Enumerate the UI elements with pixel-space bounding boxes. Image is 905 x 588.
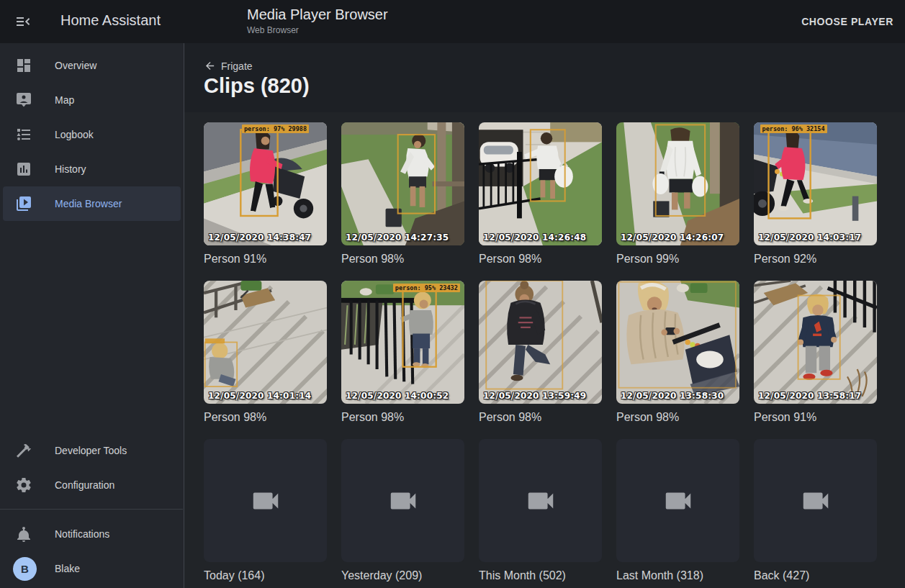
sidebar-item-notifications[interactable]: Notifications	[0, 517, 183, 551]
clip-label: Person 91%	[754, 410, 877, 425]
folder-label: Today (164)	[204, 568, 327, 584]
sidebar-item-label: Configuration	[55, 479, 114, 491]
avatar: B	[13, 557, 37, 581]
clip-item[interactable]: 12/05/2020 14:01:14Person 98%	[204, 281, 327, 425]
sidebar-item-history[interactable]: History	[0, 152, 184, 186]
user-name: Blake	[55, 563, 80, 574]
folder-label: This Month (502)	[479, 568, 602, 584]
page-header-title: Media Player Browser	[247, 6, 388, 23]
media-browser-header: Frigate Clips (820)	[184, 43, 905, 112]
clip-item[interactable]: person: 95% 2343212/05/2020 14:00:52Pers…	[341, 281, 464, 425]
chart-box-icon	[15, 160, 32, 178]
home-assistant-app: Home Assistant Media Player Browser Web …	[0, 0, 905, 588]
folder-thumbnail	[754, 439, 877, 562]
video-icon	[799, 484, 832, 517]
clip-item[interactable]: 12/05/2020 14:26:48Person 98%	[479, 122, 602, 267]
timestamp-overlay: 12/05/2020 14:26:48	[483, 232, 586, 243]
clip-label: Person 98%	[341, 251, 464, 267]
folder-label: Back (427)	[754, 568, 877, 584]
page-header-subtitle: Web Browser	[247, 25, 388, 35]
timestamp-overlay: 12/05/2020 14:38:47	[208, 232, 311, 243]
clip-item[interactable]: person: 96% 3215412/05/2020 14:03:17Pers…	[754, 122, 877, 267]
list-icon	[15, 126, 32, 143]
clip-thumbnail: 12/05/2020 13:59:49	[479, 281, 602, 404]
clip-thumbnail: person: 95% 2343212/05/2020 14:00:52	[341, 281, 464, 404]
media-browser-content: person: 97% 2998812/05/2020 14:38:47Pers…	[184, 112, 905, 588]
clip-label: Person 98%	[479, 251, 602, 267]
sidebar-item-label: Developer Tools	[55, 445, 127, 456]
top-bar: Home Assistant Media Player Browser Web …	[0, 0, 905, 43]
page-header: Media Player Browser Web Browser	[247, 6, 388, 35]
clip-thumbnail: person: 97% 2998812/05/2020 14:38:47	[204, 122, 327, 245]
clip-thumbnail: person: 96% 3215412/05/2020 14:03:17	[754, 122, 877, 245]
menu-toggle-button[interactable]	[14, 13, 32, 30]
timestamp-overlay: 12/05/2020 14:27:35	[346, 232, 449, 243]
clip-thumbnail: 12/05/2020 14:01:14	[204, 281, 327, 404]
clip-thumbnail: 12/05/2020 14:26:07	[616, 122, 739, 245]
sidebar-item-label: Notifications	[55, 528, 109, 540]
sidebar-item-logbook[interactable]: Logbook	[0, 117, 184, 152]
clip-label: Person 99%	[616, 251, 739, 267]
play-box-multiple-icon	[15, 195, 32, 212]
sidebar-item-label: History	[55, 163, 86, 175]
clip-item[interactable]: 12/05/2020 14:26:07Person 99%	[616, 122, 739, 267]
clip-item[interactable]: 12/05/2020 13:58:30Person 98%	[616, 281, 739, 425]
folder-item[interactable]: Last Month (318)	[616, 439, 739, 584]
folder-label: Yesterday (209)	[341, 568, 464, 584]
timestamp-overlay: 12/05/2020 14:01:14	[208, 390, 311, 401]
clip-item[interactable]: 12/05/2020 14:27:35Person 98%	[341, 122, 464, 267]
app-title: Home Assistant	[60, 12, 161, 29]
breadcrumb-back[interactable]: Frigate	[204, 60, 253, 72]
sidebar-item-label: Map	[55, 94, 74, 106]
folder-item[interactable]: Back (427)	[754, 439, 877, 584]
sidebar-item-media-browser[interactable]: Media Browser	[3, 186, 181, 221]
folder-thumbnail	[616, 439, 739, 562]
choose-player-button[interactable]: CHOOSE PLAYER	[797, 0, 898, 43]
clip-label: Person 98%	[341, 410, 464, 425]
folder-item[interactable]: This Month (502)	[479, 439, 602, 584]
sidebar-item-label: Logbook	[55, 129, 94, 140]
sidebar-item-map[interactable]: Map	[0, 83, 184, 117]
detection-tag: person: 96% 32154	[760, 125, 827, 133]
clip-label: Person 98%	[204, 410, 327, 425]
clip-item[interactable]: 12/05/2020 13:58:17Person 91%	[754, 281, 877, 425]
clip-thumbnail: 12/05/2020 14:26:48	[479, 122, 602, 245]
video-icon	[249, 484, 282, 517]
folder-thumbnail	[341, 439, 464, 562]
clip-label: Person 92%	[754, 251, 877, 267]
cog-icon	[15, 476, 32, 494]
sidebar-item-configuration[interactable]: Configuration	[0, 468, 183, 502]
sidebar-item-label: Media Browser	[55, 198, 122, 209]
video-icon	[662, 484, 695, 517]
clip-label: Person 91%	[204, 251, 327, 267]
folder-item[interactable]: Yesterday (209)	[341, 439, 464, 584]
sidebar-item-label: Overview	[55, 60, 96, 71]
hammer-icon	[15, 442, 32, 459]
timestamp-overlay: 12/05/2020 13:59:49	[483, 390, 586, 401]
video-icon	[524, 484, 557, 517]
clips-grid: person: 97% 2998812/05/2020 14:38:47Pers…	[204, 122, 877, 584]
clip-thumbnail: 12/05/2020 14:27:35	[341, 122, 464, 245]
menu-open-icon	[14, 20, 32, 32]
clip-thumbnail: 12/05/2020 13:58:17	[754, 281, 877, 404]
sidebar-item-overview[interactable]: Overview	[0, 48, 184, 83]
clip-item[interactable]: 12/05/2020 13:59:49Person 98%	[479, 281, 602, 425]
timestamp-overlay: 12/05/2020 14:00:52	[346, 390, 449, 401]
clip-label: Person 98%	[479, 410, 602, 425]
detection-tag: person: 95% 23432	[393, 284, 460, 292]
folder-item[interactable]: Today (164)	[204, 439, 327, 584]
timestamp-overlay: 12/05/2020 14:03:17	[758, 232, 861, 243]
arrow-left-icon	[204, 60, 216, 72]
clip-thumbnail: 12/05/2020 13:58:30	[616, 281, 739, 404]
sidebar-item-developer-tools[interactable]: Developer Tools	[0, 433, 183, 468]
clip-label: Person 98%	[616, 410, 739, 425]
timestamp-overlay: 12/05/2020 14:26:07	[621, 232, 724, 243]
video-icon	[387, 484, 420, 517]
sidebar-item-profile[interactable]: B Blake	[0, 551, 183, 586]
detection-tag: person: 97% 29988	[242, 125, 309, 133]
folder-thumbnail	[479, 439, 602, 562]
account-tooltip-icon	[15, 91, 32, 109]
clip-item[interactable]: person: 97% 2998812/05/2020 14:38:47Pers…	[204, 122, 327, 267]
breadcrumb-label: Frigate	[221, 60, 253, 72]
folder-label: Last Month (318)	[616, 568, 739, 584]
